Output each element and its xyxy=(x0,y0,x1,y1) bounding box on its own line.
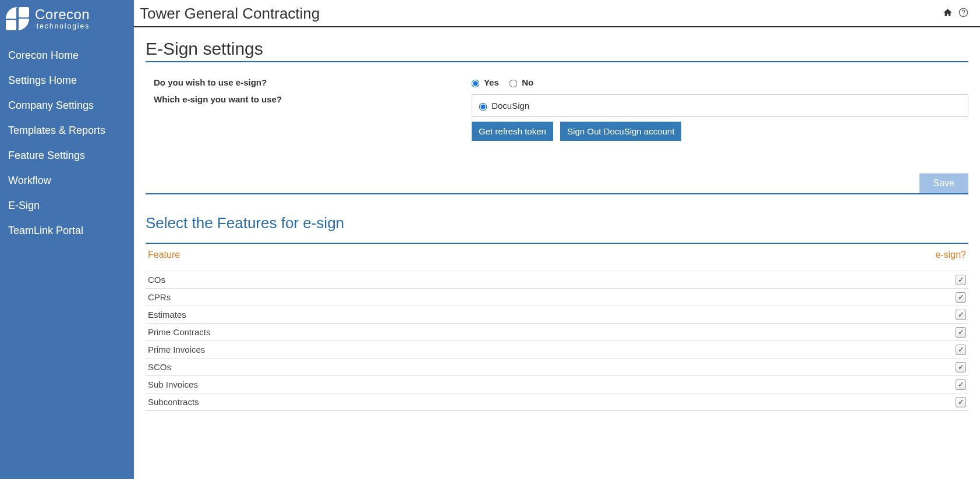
table-row: CPRs✓ xyxy=(146,289,968,306)
get-refresh-token-button[interactable]: Get refresh token xyxy=(472,122,553,141)
divider xyxy=(146,61,968,62)
save-bar: Save xyxy=(146,173,968,194)
col-feature: Feature xyxy=(146,244,685,271)
radio-no[interactable] xyxy=(510,79,518,87)
radio-option-yes[interactable]: Yes xyxy=(472,77,499,87)
sidebar-item-teamlink-portal[interactable]: TeamLink Portal xyxy=(0,218,134,243)
sidebar-item-company-settings[interactable]: Company Settings xyxy=(0,93,134,118)
logo: Corecon technologies xyxy=(0,5,134,38)
sidebar-item-settings-home[interactable]: Settings Home xyxy=(0,68,134,93)
table-row: Sub Invoices✓ xyxy=(146,376,968,393)
sidebar-item-workflow[interactable]: Workflow xyxy=(0,168,134,193)
logo-text-main: Corecon xyxy=(35,8,90,22)
feature-checkbox[interactable]: ✓ xyxy=(956,310,966,320)
label-use-esign: Do you wish to use e-sign? xyxy=(146,77,472,87)
feature-name: CPRs xyxy=(146,289,685,306)
feature-checkbox[interactable]: ✓ xyxy=(956,292,966,303)
radio-yes[interactable] xyxy=(472,79,480,87)
svg-point-4 xyxy=(963,15,964,15)
feature-checkbox-cell: ✓ xyxy=(685,393,968,411)
page-title: E-Sign settings xyxy=(146,39,968,59)
svg-rect-1 xyxy=(19,7,29,17)
row-provider: Which e-sign you want to use? DocuSign G… xyxy=(146,91,968,144)
sidebar-item-corecon-home[interactable]: Corecon Home xyxy=(0,43,134,68)
sign-out-docusign-button[interactable]: Sign Out DocuSign account xyxy=(560,122,681,141)
feature-name: Subcontracts xyxy=(146,393,685,411)
feature-name: COs xyxy=(146,271,685,289)
provider-box: DocuSign xyxy=(472,94,968,117)
sidebar-nav: Corecon Home Settings Home Company Setti… xyxy=(0,38,134,248)
sidebar-item-templates-reports[interactable]: Templates & Reports xyxy=(0,118,134,143)
table-row: Prime Contracts✓ xyxy=(146,324,968,341)
sidebar-item-esign[interactable]: E-Sign xyxy=(0,193,134,218)
feature-checkbox[interactable]: ✓ xyxy=(956,362,966,372)
feature-name: Prime Invoices xyxy=(146,341,685,359)
home-icon[interactable] xyxy=(943,8,953,20)
table-row: COs✓ xyxy=(146,271,968,289)
feature-name: Estimates xyxy=(146,306,685,324)
table-row: Subcontracts✓ xyxy=(146,393,968,411)
logo-icon xyxy=(5,6,30,31)
feature-checkbox-cell: ✓ xyxy=(685,306,968,324)
row-use-esign: Do you wish to use e-sign? Yes No xyxy=(146,74,968,91)
feature-name: Sub Invoices xyxy=(146,376,685,393)
feature-checkbox[interactable]: ✓ xyxy=(956,379,966,390)
feature-checkbox[interactable]: ✓ xyxy=(956,275,966,285)
feature-checkbox-cell: ✓ xyxy=(685,324,968,341)
help-icon[interactable] xyxy=(958,8,968,20)
content: E-Sign settings Do you wish to use e-sig… xyxy=(134,27,980,434)
feature-checkbox-cell: ✓ xyxy=(685,341,968,359)
feature-checkbox-cell: ✓ xyxy=(685,271,968,289)
radio-option-docusign[interactable]: DocuSign xyxy=(479,101,529,111)
main-area: Tower General Contracting E-Sign setting… xyxy=(134,0,980,479)
label-provider: Which e-sign you want to use? xyxy=(146,94,472,104)
radio-docusign[interactable] xyxy=(479,102,487,111)
table-row: SCOs✓ xyxy=(146,359,968,376)
feature-name: SCOs xyxy=(146,359,685,376)
features-table: Feature e-sign? COs✓CPRs✓Estimates✓Prime… xyxy=(146,244,968,411)
table-row: Prime Invoices✓ xyxy=(146,341,968,359)
section-title-features: Select the Features for e-sign xyxy=(146,214,968,232)
logo-text-sub: technologies xyxy=(37,23,90,30)
col-esign: e-sign? xyxy=(685,244,968,271)
feature-checkbox-cell: ✓ xyxy=(685,289,968,306)
feature-checkbox[interactable]: ✓ xyxy=(956,397,966,407)
save-button[interactable]: Save xyxy=(919,173,968,193)
header: Tower General Contracting xyxy=(134,0,980,27)
feature-checkbox-cell: ✓ xyxy=(685,376,968,393)
sidebar: Corecon technologies Corecon Home Settin… xyxy=(0,0,134,479)
feature-checkbox-cell: ✓ xyxy=(685,359,968,376)
table-row: Estimates✓ xyxy=(146,306,968,324)
sidebar-item-feature-settings[interactable]: Feature Settings xyxy=(0,143,134,168)
svg-rect-2 xyxy=(6,20,16,30)
feature-checkbox[interactable]: ✓ xyxy=(956,327,966,338)
radio-option-no[interactable]: No xyxy=(510,77,533,87)
feature-checkbox[interactable]: ✓ xyxy=(956,345,966,355)
company-title: Tower General Contracting xyxy=(140,5,320,23)
feature-name: Prime Contracts xyxy=(146,324,685,341)
